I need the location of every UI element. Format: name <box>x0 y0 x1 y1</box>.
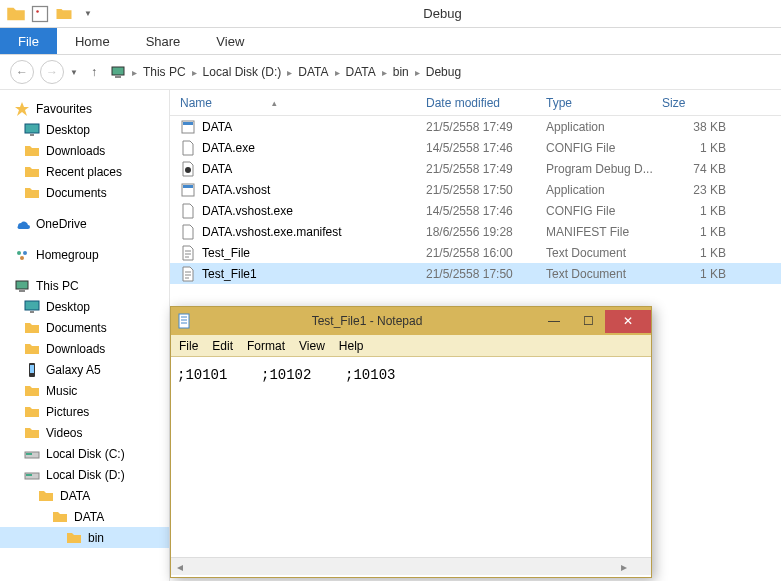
folder-small-icon[interactable] <box>54 4 74 24</box>
close-button[interactable]: ✕ <box>605 310 651 333</box>
navigation-pane: Favourites Desktop Downloads Recent plac… <box>0 90 170 581</box>
folder-icon <box>24 164 40 180</box>
scroll-right-icon[interactable]: ▸ <box>615 558 633 575</box>
scroll-corner <box>633 558 651 575</box>
file-row[interactable]: DATA.vshost.exe14/5/2558 17:46CONFIG Fil… <box>170 200 781 221</box>
tab-home[interactable]: Home <box>57 28 128 54</box>
file-name: DATA <box>202 162 232 176</box>
file-row[interactable]: Test_File121/5/2558 17:50Text Document1 … <box>170 263 781 284</box>
file-type: Text Document <box>546 246 662 260</box>
column-header-size[interactable]: Size <box>662 96 732 110</box>
sidebar-item-downloads[interactable]: Downloads <box>0 338 169 359</box>
breadcrumb-item[interactable]: Local Disk (D:) <box>203 65 282 79</box>
chevron-right-icon[interactable]: ▸ <box>192 67 197 78</box>
sidebar-item-recent[interactable]: Recent places <box>0 161 169 182</box>
back-button[interactable]: ← <box>10 60 34 84</box>
sidebar-item-bin[interactable]: bin <box>0 527 169 548</box>
folder-icon <box>24 425 40 441</box>
folder-icon <box>52 509 68 525</box>
sidebar-item-documents[interactable]: Documents <box>0 182 169 203</box>
properties-icon[interactable] <box>30 4 50 24</box>
notepad-textarea[interactable]: ;10101 ;10102 ;10103 <box>171 357 651 557</box>
breadcrumb: ▸ This PC ▸ Local Disk (D:) ▸ DATA ▸ DAT… <box>110 64 771 80</box>
pc-icon <box>110 64 126 80</box>
menu-help[interactable]: Help <box>339 339 364 353</box>
svg-rect-20 <box>183 122 193 125</box>
sidebar-item-videos[interactable]: Videos <box>0 422 169 443</box>
file-row[interactable]: DATA21/5/2558 17:49Application38 KB <box>170 116 781 137</box>
svg-rect-11 <box>25 301 39 310</box>
file-name: Test_File <box>202 246 250 260</box>
dropdown-icon[interactable]: ▼ <box>78 4 98 24</box>
sidebar-item-desktop[interactable]: Desktop <box>0 119 169 140</box>
menu-format[interactable]: Format <box>247 339 285 353</box>
sidebar-item-pictures[interactable]: Pictures <box>0 401 169 422</box>
tab-share[interactable]: Share <box>128 28 199 54</box>
svg-rect-12 <box>30 311 34 313</box>
chevron-right-icon[interactable]: ▸ <box>382 67 387 78</box>
sidebar-item-drive-c[interactable]: Local Disk (C:) <box>0 443 169 464</box>
sidebar-item-drive-d[interactable]: Local Disk (D:) <box>0 464 169 485</box>
maximize-button[interactable]: ☐ <box>571 310 605 333</box>
sidebar-item-data[interactable]: DATA <box>0 485 169 506</box>
file-row[interactable]: DATA.vshost.exe.manifest18/6/2556 19:28M… <box>170 221 781 242</box>
scroll-track[interactable] <box>189 558 615 575</box>
file-icon <box>180 119 196 135</box>
chevron-right-icon[interactable]: ▸ <box>287 67 292 78</box>
sidebar-label: bin <box>88 531 104 545</box>
notepad-title: Test_File1 - Notepad <box>197 314 537 328</box>
folder-icon <box>66 530 82 546</box>
cloud-icon <box>14 216 30 232</box>
file-row[interactable]: DATA21/5/2558 17:49Program Debug D...74 … <box>170 158 781 179</box>
sidebar-favorites[interactable]: Favourites <box>0 98 169 119</box>
sidebar-item-galaxy[interactable]: Galaxy A5 <box>0 359 169 380</box>
file-size: 38 KB <box>662 120 732 134</box>
sidebar-item-desktop[interactable]: Desktop <box>0 296 169 317</box>
folder-icon <box>24 383 40 399</box>
menu-edit[interactable]: Edit <box>212 339 233 353</box>
file-row[interactable]: DATA.vshost21/5/2558 17:50Application23 … <box>170 179 781 200</box>
quick-access-toolbar: ▼ <box>0 4 104 24</box>
notepad-titlebar[interactable]: Test_File1 - Notepad — ☐ ✕ <box>171 307 651 335</box>
sidebar-thispc[interactable]: This PC <box>0 275 169 296</box>
file-type: Program Debug D... <box>546 162 662 176</box>
breadcrumb-item[interactable]: DATA <box>298 65 328 79</box>
svg-rect-23 <box>183 185 193 188</box>
sidebar-item-downloads[interactable]: Downloads <box>0 140 169 161</box>
history-dropdown-icon[interactable]: ▼ <box>70 68 78 77</box>
up-button[interactable]: ↑ <box>84 60 104 84</box>
homegroup-icon <box>14 247 30 263</box>
sidebar-label: OneDrive <box>36 217 87 231</box>
breadcrumb-item[interactable]: Debug <box>426 65 461 79</box>
sidebar-item-documents[interactable]: Documents <box>0 317 169 338</box>
breadcrumb-item[interactable]: This PC <box>143 65 186 79</box>
sidebar-onedrive[interactable]: OneDrive <box>0 213 169 234</box>
tab-view[interactable]: View <box>198 28 262 54</box>
file-row[interactable]: DATA.exe14/5/2558 17:46CONFIG File1 KB <box>170 137 781 158</box>
file-size: 74 KB <box>662 162 732 176</box>
menu-file[interactable]: File <box>179 339 198 353</box>
chevron-right-icon[interactable]: ▸ <box>335 67 340 78</box>
sidebar-homegroup[interactable]: Homegroup <box>0 244 169 265</box>
breadcrumb-item[interactable]: DATA <box>346 65 376 79</box>
forward-button[interactable]: → <box>40 60 64 84</box>
chevron-right-icon[interactable]: ▸ <box>132 67 137 78</box>
minimize-button[interactable]: — <box>537 310 571 333</box>
file-size: 1 KB <box>662 225 732 239</box>
file-date: 21/5/2558 17:50 <box>426 267 546 281</box>
column-header-date[interactable]: Date modified <box>426 96 546 110</box>
file-row[interactable]: Test_File21/5/2558 16:00Text Document1 K… <box>170 242 781 263</box>
chevron-right-icon[interactable]: ▸ <box>415 67 420 78</box>
sidebar-item-music[interactable]: Music <box>0 380 169 401</box>
horizontal-scrollbar[interactable]: ◂ ▸ <box>171 557 651 575</box>
folder-icon <box>6 4 26 24</box>
scroll-left-icon[interactable]: ◂ <box>171 558 189 575</box>
sidebar-item-data2[interactable]: DATA <box>0 506 169 527</box>
column-header-type[interactable]: Type <box>546 96 662 110</box>
column-header-name[interactable]: Name▴ <box>170 96 426 110</box>
menu-view[interactable]: View <box>299 339 325 353</box>
breadcrumb-item[interactable]: bin <box>393 65 409 79</box>
tab-file[interactable]: File <box>0 28 57 54</box>
drive-icon <box>24 446 40 462</box>
file-size: 23 KB <box>662 183 732 197</box>
